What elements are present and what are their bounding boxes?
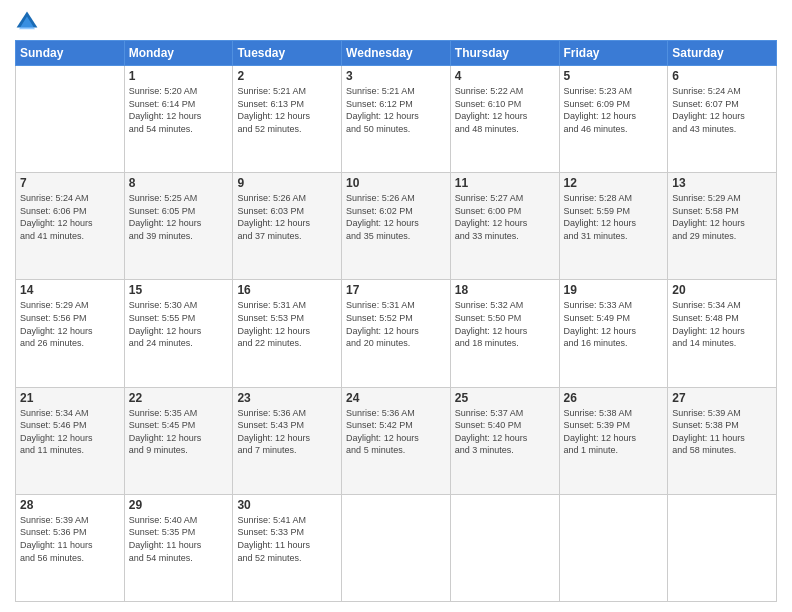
calendar-header-friday: Friday xyxy=(559,41,668,66)
calendar-header-row: SundayMondayTuesdayWednesdayThursdayFrid… xyxy=(16,41,777,66)
calendar-cell xyxy=(559,494,668,601)
day-number: 15 xyxy=(129,283,229,297)
day-number: 5 xyxy=(564,69,664,83)
day-number: 24 xyxy=(346,391,446,405)
day-number: 6 xyxy=(672,69,772,83)
calendar-cell: 5Sunrise: 5:23 AM Sunset: 6:09 PM Daylig… xyxy=(559,66,668,173)
day-info: Sunrise: 5:28 AM Sunset: 5:59 PM Dayligh… xyxy=(564,192,664,242)
day-number: 17 xyxy=(346,283,446,297)
calendar-cell: 25Sunrise: 5:37 AM Sunset: 5:40 PM Dayli… xyxy=(450,387,559,494)
day-number: 23 xyxy=(237,391,337,405)
day-info: Sunrise: 5:20 AM Sunset: 6:14 PM Dayligh… xyxy=(129,85,229,135)
calendar-cell: 4Sunrise: 5:22 AM Sunset: 6:10 PM Daylig… xyxy=(450,66,559,173)
day-info: Sunrise: 5:37 AM Sunset: 5:40 PM Dayligh… xyxy=(455,407,555,457)
calendar-cell xyxy=(668,494,777,601)
calendar-cell: 7Sunrise: 5:24 AM Sunset: 6:06 PM Daylig… xyxy=(16,173,125,280)
calendar-cell xyxy=(342,494,451,601)
calendar-cell: 18Sunrise: 5:32 AM Sunset: 5:50 PM Dayli… xyxy=(450,280,559,387)
day-info: Sunrise: 5:21 AM Sunset: 6:12 PM Dayligh… xyxy=(346,85,446,135)
day-info: Sunrise: 5:30 AM Sunset: 5:55 PM Dayligh… xyxy=(129,299,229,349)
day-info: Sunrise: 5:39 AM Sunset: 5:36 PM Dayligh… xyxy=(20,514,120,564)
day-info: Sunrise: 5:39 AM Sunset: 5:38 PM Dayligh… xyxy=(672,407,772,457)
day-number: 28 xyxy=(20,498,120,512)
day-info: Sunrise: 5:36 AM Sunset: 5:42 PM Dayligh… xyxy=(346,407,446,457)
calendar-cell: 20Sunrise: 5:34 AM Sunset: 5:48 PM Dayli… xyxy=(668,280,777,387)
day-info: Sunrise: 5:24 AM Sunset: 6:06 PM Dayligh… xyxy=(20,192,120,242)
calendar-table: SundayMondayTuesdayWednesdayThursdayFrid… xyxy=(15,40,777,602)
calendar-cell: 28Sunrise: 5:39 AM Sunset: 5:36 PM Dayli… xyxy=(16,494,125,601)
calendar-header-thursday: Thursday xyxy=(450,41,559,66)
day-number: 30 xyxy=(237,498,337,512)
day-info: Sunrise: 5:31 AM Sunset: 5:52 PM Dayligh… xyxy=(346,299,446,349)
day-info: Sunrise: 5:26 AM Sunset: 6:03 PM Dayligh… xyxy=(237,192,337,242)
calendar-cell: 12Sunrise: 5:28 AM Sunset: 5:59 PM Dayli… xyxy=(559,173,668,280)
day-number: 13 xyxy=(672,176,772,190)
calendar-week-5: 28Sunrise: 5:39 AM Sunset: 5:36 PM Dayli… xyxy=(16,494,777,601)
logo xyxy=(15,10,43,34)
day-number: 1 xyxy=(129,69,229,83)
calendar-cell: 2Sunrise: 5:21 AM Sunset: 6:13 PM Daylig… xyxy=(233,66,342,173)
day-info: Sunrise: 5:23 AM Sunset: 6:09 PM Dayligh… xyxy=(564,85,664,135)
calendar-cell: 14Sunrise: 5:29 AM Sunset: 5:56 PM Dayli… xyxy=(16,280,125,387)
calendar-header-tuesday: Tuesday xyxy=(233,41,342,66)
day-number: 18 xyxy=(455,283,555,297)
day-info: Sunrise: 5:27 AM Sunset: 6:00 PM Dayligh… xyxy=(455,192,555,242)
calendar-cell: 26Sunrise: 5:38 AM Sunset: 5:39 PM Dayli… xyxy=(559,387,668,494)
day-number: 27 xyxy=(672,391,772,405)
calendar-cell: 17Sunrise: 5:31 AM Sunset: 5:52 PM Dayli… xyxy=(342,280,451,387)
day-number: 7 xyxy=(20,176,120,190)
day-info: Sunrise: 5:21 AM Sunset: 6:13 PM Dayligh… xyxy=(237,85,337,135)
calendar-cell: 10Sunrise: 5:26 AM Sunset: 6:02 PM Dayli… xyxy=(342,173,451,280)
calendar-cell: 22Sunrise: 5:35 AM Sunset: 5:45 PM Dayli… xyxy=(124,387,233,494)
day-number: 8 xyxy=(129,176,229,190)
calendar-cell: 27Sunrise: 5:39 AM Sunset: 5:38 PM Dayli… xyxy=(668,387,777,494)
day-number: 19 xyxy=(564,283,664,297)
day-number: 11 xyxy=(455,176,555,190)
day-number: 4 xyxy=(455,69,555,83)
calendar-cell: 21Sunrise: 5:34 AM Sunset: 5:46 PM Dayli… xyxy=(16,387,125,494)
day-number: 3 xyxy=(346,69,446,83)
calendar-header-monday: Monday xyxy=(124,41,233,66)
calendar-week-2: 7Sunrise: 5:24 AM Sunset: 6:06 PM Daylig… xyxy=(16,173,777,280)
day-info: Sunrise: 5:22 AM Sunset: 6:10 PM Dayligh… xyxy=(455,85,555,135)
day-info: Sunrise: 5:41 AM Sunset: 5:33 PM Dayligh… xyxy=(237,514,337,564)
calendar-week-1: 1Sunrise: 5:20 AM Sunset: 6:14 PM Daylig… xyxy=(16,66,777,173)
page: SundayMondayTuesdayWednesdayThursdayFrid… xyxy=(0,0,792,612)
day-number: 29 xyxy=(129,498,229,512)
logo-icon xyxy=(15,10,39,34)
day-info: Sunrise: 5:26 AM Sunset: 6:02 PM Dayligh… xyxy=(346,192,446,242)
calendar-cell xyxy=(16,66,125,173)
calendar-cell: 3Sunrise: 5:21 AM Sunset: 6:12 PM Daylig… xyxy=(342,66,451,173)
day-number: 16 xyxy=(237,283,337,297)
calendar-cell: 30Sunrise: 5:41 AM Sunset: 5:33 PM Dayli… xyxy=(233,494,342,601)
calendar-cell: 9Sunrise: 5:26 AM Sunset: 6:03 PM Daylig… xyxy=(233,173,342,280)
calendar-cell: 13Sunrise: 5:29 AM Sunset: 5:58 PM Dayli… xyxy=(668,173,777,280)
day-info: Sunrise: 5:32 AM Sunset: 5:50 PM Dayligh… xyxy=(455,299,555,349)
day-number: 26 xyxy=(564,391,664,405)
calendar-cell: 16Sunrise: 5:31 AM Sunset: 5:53 PM Dayli… xyxy=(233,280,342,387)
day-number: 9 xyxy=(237,176,337,190)
calendar-cell xyxy=(450,494,559,601)
day-number: 10 xyxy=(346,176,446,190)
calendar-cell: 6Sunrise: 5:24 AM Sunset: 6:07 PM Daylig… xyxy=(668,66,777,173)
calendar-week-4: 21Sunrise: 5:34 AM Sunset: 5:46 PM Dayli… xyxy=(16,387,777,494)
day-number: 20 xyxy=(672,283,772,297)
calendar-cell: 11Sunrise: 5:27 AM Sunset: 6:00 PM Dayli… xyxy=(450,173,559,280)
day-info: Sunrise: 5:24 AM Sunset: 6:07 PM Dayligh… xyxy=(672,85,772,135)
day-number: 12 xyxy=(564,176,664,190)
day-info: Sunrise: 5:33 AM Sunset: 5:49 PM Dayligh… xyxy=(564,299,664,349)
calendar-cell: 23Sunrise: 5:36 AM Sunset: 5:43 PM Dayli… xyxy=(233,387,342,494)
header xyxy=(15,10,777,34)
calendar-cell: 1Sunrise: 5:20 AM Sunset: 6:14 PM Daylig… xyxy=(124,66,233,173)
day-info: Sunrise: 5:31 AM Sunset: 5:53 PM Dayligh… xyxy=(237,299,337,349)
day-info: Sunrise: 5:29 AM Sunset: 5:56 PM Dayligh… xyxy=(20,299,120,349)
day-info: Sunrise: 5:35 AM Sunset: 5:45 PM Dayligh… xyxy=(129,407,229,457)
day-info: Sunrise: 5:29 AM Sunset: 5:58 PM Dayligh… xyxy=(672,192,772,242)
calendar-cell: 24Sunrise: 5:36 AM Sunset: 5:42 PM Dayli… xyxy=(342,387,451,494)
day-info: Sunrise: 5:25 AM Sunset: 6:05 PM Dayligh… xyxy=(129,192,229,242)
day-info: Sunrise: 5:40 AM Sunset: 5:35 PM Dayligh… xyxy=(129,514,229,564)
day-number: 2 xyxy=(237,69,337,83)
calendar-cell: 15Sunrise: 5:30 AM Sunset: 5:55 PM Dayli… xyxy=(124,280,233,387)
calendar-header-saturday: Saturday xyxy=(668,41,777,66)
calendar-header-sunday: Sunday xyxy=(16,41,125,66)
